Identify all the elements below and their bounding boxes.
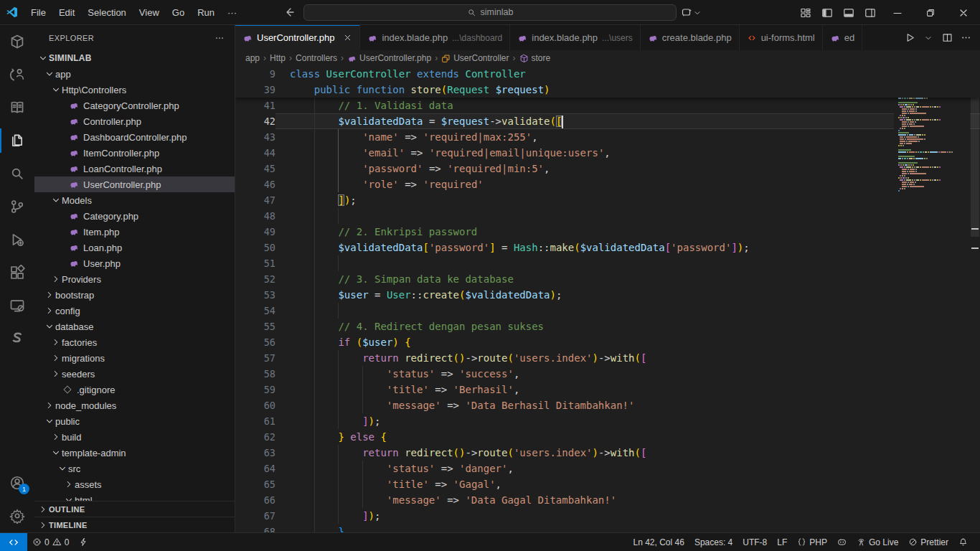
tab-close-icon[interactable] [343,33,352,42]
tab-create.blade.php[interactable]: create.blade.php [641,25,740,50]
tree-item-item.php[interactable]: Item.php [34,224,235,240]
code-line-48[interactable]: 48 [235,208,980,224]
menu-view[interactable]: View [133,4,166,21]
breadcrumb-app[interactable]: app [245,53,260,63]
tree-item-siminlab[interactable]: SIMINLAB [34,50,235,66]
activity-package-icon[interactable] [0,25,34,58]
nav-back-icon[interactable] [283,6,295,18]
activity-search-icon[interactable] [0,157,34,190]
breadcrumb-usercontroller.php[interactable]: UserController.php [347,53,431,63]
tree-item-html[interactable]: html [34,492,235,501]
code-line-49[interactable]: 49 // 2. Enkripsi password [235,224,980,240]
minimize-button[interactable] [881,0,914,25]
code-line-63[interactable]: 63 return redirect()->route('users.index… [235,445,980,461]
eol-status[interactable]: LF [772,533,792,551]
menu-go[interactable]: Go [166,4,191,21]
code-line-55[interactable]: 55 // 4. Redirect dengan pesan sukses [235,319,980,334]
tree-item-models[interactable]: Models [34,192,235,208]
activity-run-debug-icon[interactable] [0,223,34,256]
menu-run[interactable]: Run [191,4,221,21]
code-line-66[interactable]: 66 'message' => 'Data Gagal Ditambahkan!… [235,492,980,508]
tree-item-public[interactable]: public [34,413,235,429]
code-line-50[interactable]: 50 $validatedData['password'] = Hash::ma… [235,240,980,255]
activity-live-share-icon[interactable] [0,58,34,91]
tree-item-config[interactable]: config [34,303,235,319]
notifications-status[interactable] [953,533,973,551]
tree-item-usercontroller.php[interactable]: UserController.php [34,176,235,192]
restore-button[interactable] [914,0,947,25]
sidebar-panel-outline[interactable]: OUTLINE [34,501,235,517]
tree-item-controller.php[interactable]: Controller.php [34,113,235,129]
tree-item-template-admin[interactable]: template-admin [34,445,235,461]
tree-item-src[interactable]: src [34,461,235,476]
code-line-56[interactable]: 56 if ($user) { [235,334,980,350]
code-line-61[interactable]: 61 ]); [235,413,980,429]
menu-file[interactable]: File [24,4,52,21]
problems-status[interactable]: 00 [27,533,74,551]
code-line-59[interactable]: 59 'title' => 'Berhasil', [235,382,980,397]
minimap[interactable] [894,66,970,532]
tree-item-bootstrap[interactable]: bootstrap [34,287,235,303]
tree-item-categorycontroller.php[interactable]: CategoryController.php [34,98,235,113]
tab-ed[interactable]: ed [823,25,862,50]
sidebar-panel-timeline[interactable]: TIMELINE [34,517,235,532]
tree-item-http-controllers[interactable]: Http\Controllers [34,82,235,98]
breadcrumb-controllers[interactable]: Controllers [296,53,337,63]
encoding-status[interactable]: UTF-8 [738,533,772,551]
tree-item-build[interactable]: build [34,429,235,445]
breadcrumb-usercontroller[interactable]: UserController [441,53,509,63]
run-dropdown-button[interactable] [920,29,937,47]
code-line-46[interactable]: 46 'role' => 'required' [235,176,980,192]
remote-indicator[interactable] [0,533,27,551]
tab-usercontroller.php[interactable]: UserController.php [235,25,360,50]
breadcrumb[interactable]: app›Http›Controllers›UserController.php›… [235,50,980,66]
tree-item-seeders[interactable]: seeders [34,366,235,382]
code-line-60[interactable]: 60 'message' => 'Data Berhasil Ditambahk… [235,397,980,413]
copilot-menu-button[interactable] [682,7,702,19]
more-actions-button[interactable] [957,29,974,47]
toggle-sidebar-button[interactable] [816,0,838,25]
tree-item-database[interactable]: database [34,319,235,334]
tree-item-dashboardcontroller.php[interactable]: DashboardController.php [34,129,235,145]
tree-item-migrations[interactable]: migrations [34,350,235,366]
customize-layout-button[interactable] [795,0,816,25]
ports-status[interactable] [74,533,93,551]
activity-settings-icon[interactable] [0,499,34,532]
activity-remote-explorer-icon[interactable] [0,289,34,322]
activity-docs-icon[interactable] [0,91,34,124]
menu-selection[interactable]: Selection [81,4,132,21]
tree-item-node-modules[interactable]: node_modules [34,397,235,413]
tree-item-assets[interactable]: assets [34,476,235,492]
tree-item-app[interactable]: app [34,66,235,82]
explorer-more-actions-icon[interactable] [215,33,225,43]
vertical-scrollbar[interactable] [970,66,980,532]
code-line-47[interactable]: 47 ]); [235,192,980,208]
activity-source-control-icon[interactable] [0,190,34,223]
toggle-secondary-sidebar-button[interactable] [859,0,881,25]
activity-account-icon[interactable]: 1 [0,466,34,499]
code-line-54[interactable]: 54 [235,303,980,319]
code-line-64[interactable]: 64 'status' => 'danger', [235,461,980,476]
split-editor-button[interactable] [938,29,956,47]
code-line-52[interactable]: 52 // 3. Simpan data ke database [235,271,980,287]
toggle-panel-button[interactable] [838,0,859,25]
code-line-65[interactable]: 65 'title' => 'Gagal', [235,476,980,492]
code-line-68[interactable]: 68 } [235,524,980,532]
tree-item-loancontroller.php[interactable]: LoanController.php [34,161,235,176]
code-line-67[interactable]: 67 ]); [235,508,980,524]
activity-s-extension-icon[interactable] [0,322,34,355]
tree-item-itemcontroller.php[interactable]: ItemController.php [34,145,235,161]
cursor-position-status[interactable]: Ln 42, Col 46 [628,533,689,551]
run-file-button[interactable] [901,29,918,47]
tab-ui-forms.html[interactable]: ui-forms.html [740,25,823,50]
indentation-status[interactable]: Spaces: 4 [689,533,738,551]
code-line-58[interactable]: 58 'status' => 'success', [235,366,980,382]
go-live-status[interactable]: Go Live [852,533,903,551]
code-line-42[interactable]: 42 $validatedData = $request->validate([ [235,113,980,129]
code-line-51[interactable]: 51 [235,255,980,271]
tree-item-.gitignore[interactable]: .gitignore [34,382,235,397]
breadcrumb-http[interactable]: Http [270,53,286,63]
tree-item-factories[interactable]: factories [34,334,235,350]
code-line-9[interactable]: 9class UserController extends Controller [235,66,980,82]
language-mode-status[interactable]: PHP [792,533,832,551]
